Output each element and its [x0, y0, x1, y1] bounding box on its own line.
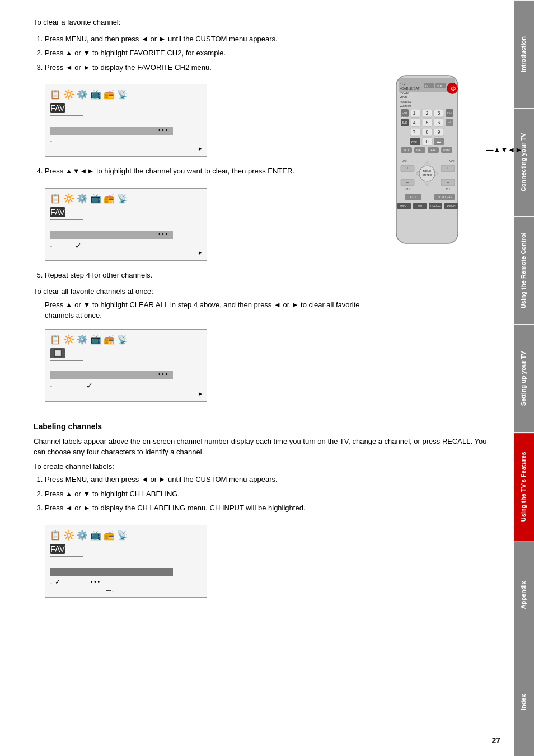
menu-dots-1: • • •	[158, 127, 167, 133]
intro-text: To clear a favorite channel:	[34, 17, 497, 28]
tab-setting-up[interactable]: Setting up your TV	[514, 324, 534, 432]
labeling-desc: Channel labels appear above the on-scree…	[34, 436, 497, 458]
menu-row-1: • • •	[50, 127, 173, 135]
svg-text:3: 3	[437, 110, 440, 116]
labeling-section: Labeling channels Channel labels appear …	[34, 421, 497, 607]
menu-cursor-4b: —↓	[106, 587, 114, 593]
labeling-step-1: Press MENU, and then press ◄ or ► until …	[45, 474, 497, 485]
menu-cursor-1: ↓	[50, 137, 53, 143]
step4-list: Press ▲▼◄► to highlight the channel you …	[45, 166, 368, 177]
svg-text:MENU: MENU	[423, 170, 432, 173]
menu-row-3: • • •	[50, 371, 173, 379]
sidebar: Introduction Connecting your TV Using th…	[514, 0, 534, 756]
svg-text:⏮: ⏮	[437, 140, 441, 144]
svg-text:6: 6	[437, 120, 440, 125]
menu-cursor-2: ↓	[50, 242, 53, 248]
svg-text:⏻: ⏻	[451, 86, 456, 91]
svg-text:•AUDIO1: •AUDIO1	[400, 100, 412, 104]
menu-line-1	[50, 115, 83, 116]
menu-logo-2: FAV	[50, 207, 65, 217]
step-4: Press ▲▼◄► to highlight the channel you …	[45, 166, 368, 177]
menu-arrow-2: ►	[198, 250, 203, 256]
svg-text:DIS/EN: DIS/EN	[447, 205, 455, 208]
svg-text:5: 5	[425, 120, 428, 125]
svg-text:VOL: VOL	[449, 159, 455, 163]
svg-text:•CABLE/SAT: •CABLE/SAT	[400, 87, 420, 90]
menu-cursor-3: ↓	[50, 382, 53, 388]
svg-text:9: 9	[437, 129, 440, 135]
svg-text:PWR: PWR	[443, 148, 450, 152]
svg-text:DVD/CLEAR: DVD/CLEAR	[437, 195, 453, 199]
svg-text:LIST: LIST	[402, 115, 407, 118]
menu-row-4	[50, 568, 173, 576]
menu-line-3	[50, 360, 83, 361]
clear-all-indented: Press ▲ or ▼ to highlight CLEAR ALL in s…	[45, 299, 368, 321]
clear-all-text: Press ▲ or ▼ to highlight CLEAR ALL in s…	[45, 299, 368, 321]
svg-text:VOL: VOL	[402, 159, 407, 163]
tab-connecting[interactable]: Connecting your TV	[514, 108, 534, 216]
tab-introduction[interactable]: Introduction	[514, 0, 534, 108]
svg-text:S/S: S/S	[402, 121, 407, 124]
svg-text:2: 2	[425, 110, 428, 116]
menu-icons-3: 📋🔆⚙️📺📻📡	[50, 334, 202, 345]
svg-text:7: 7	[413, 129, 415, 135]
menu-line-4	[50, 556, 83, 557]
svg-text:–: –	[447, 180, 449, 184]
tab-remote[interactable]: Using the Remote Control	[514, 216, 534, 324]
svg-text:CH: CH	[405, 187, 410, 191]
menu-screenshot-3: 📋🔆⚙️📺📻📡 🔲 • • • ↓ ✓ ►	[45, 329, 207, 402]
clear-all-intro: To clear all favorite channels at once:	[34, 286, 368, 297]
svg-text:SLP: SLP	[437, 84, 442, 88]
steps-list: Press MENU, and then press ◄ or ► until …	[45, 34, 368, 73]
step-5: Repeat step 4 for other channels.	[45, 270, 368, 281]
tab-index[interactable]: Index	[514, 649, 534, 756]
svg-text:4: 4	[413, 120, 415, 125]
svg-text:+: +	[406, 166, 409, 170]
tab-appendix[interactable]: Appendix	[514, 541, 534, 649]
remote-arrow-label: —▲▼◄►	[486, 145, 522, 154]
svg-text:W/U: W/U	[418, 205, 423, 208]
svg-text:CH: CH	[446, 187, 450, 191]
svg-text:8: 8	[425, 129, 428, 135]
menu-icons-4: 📋🔆⚙️📺📻📡	[50, 530, 202, 541]
step5-list: Repeat step 4 for other channels.	[45, 270, 368, 281]
svg-text:+: +	[447, 166, 449, 170]
tab-features[interactable]: Using the TV's Features	[514, 433, 534, 541]
step-1: Press MENU, and then press ◄ or ► until …	[45, 34, 368, 45]
menu-icons-2: 📋🔆⚙️📺📻📡	[50, 193, 202, 204]
svg-text:IN: IN	[425, 84, 428, 88]
menu-icons-1: 📋🔆⚙️📺📻📡	[50, 89, 202, 100]
main-content: To clear a favorite channel: Press MENU,…	[0, 0, 514, 623]
remote-svg-wrapper: •TV •CABLE/SAT •VCR •DVD •AUDIO1 •AUDIO2…	[385, 73, 497, 253]
svg-text:•AUDIO2: •AUDIO2	[400, 105, 412, 108]
svg-text:0: 0	[425, 139, 428, 144]
svg-text:•VCR: •VCR	[400, 91, 409, 95]
menu-screenshot-2: 📋🔆⚙️📺📻📡 FAV • • • ↓ ✓ ►	[45, 188, 207, 261]
menu-logo-1: FAV	[50, 103, 65, 113]
menu-screenshot-4: 📋🔆⚙️📺📻📡 FAV ↓ ✓ • • • —↓	[45, 525, 207, 598]
menu-dots-2: • • •	[158, 231, 167, 237]
svg-text:–: –	[406, 180, 409, 184]
svg-text:EXIT: EXIT	[410, 195, 416, 199]
svg-text:INFO: INFO	[416, 148, 423, 152]
menu-line-2	[50, 219, 83, 220]
remote-control-svg: •TV •CABLE/SAT •VCR •DVD •AUDIO1 •AUDIO2…	[385, 73, 469, 252]
svg-text:FAV: FAV	[430, 148, 436, 152]
svg-text:⏎: ⏎	[448, 121, 451, 124]
labeling-intro: To create channel labels:	[34, 461, 497, 472]
menu-logo-3: 🔲	[50, 348, 65, 358]
menu-arrow-1: ►	[198, 145, 203, 152]
svg-text:1: 1	[413, 110, 415, 116]
menu-arrow-3: ►	[198, 391, 203, 397]
svg-text:LST: LST	[447, 111, 452, 115]
menu-logo-4: FAV	[50, 544, 65, 554]
page-number: 27	[491, 736, 500, 745]
svg-text:•DVD: •DVD	[400, 96, 407, 99]
menu-dots-3: • • •	[158, 371, 167, 377]
svg-text:ENT: ENT	[402, 111, 407, 115]
labeling-step-2: Press ▲ or ▼ to highlight CH LABELING.	[45, 489, 497, 500]
svg-text:ENTER: ENTER	[423, 173, 432, 177]
menu-row-2: • • •	[50, 231, 173, 239]
step-2: Press ▲ or ▼ to highlight FAVORITE CH2, …	[45, 48, 368, 59]
menu-dots-4: • • •	[91, 579, 100, 585]
